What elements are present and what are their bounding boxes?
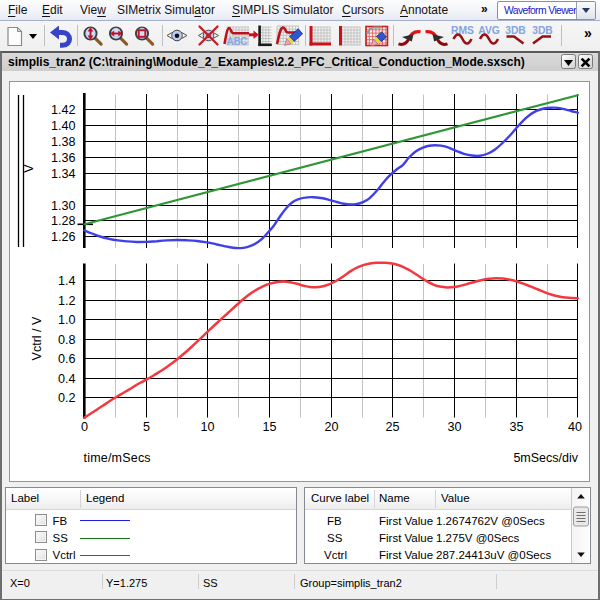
svg-text:30: 30 — [447, 420, 461, 434]
svg-text:40: 40 — [568, 420, 582, 434]
svg-text:1.40: 1.40 — [51, 119, 76, 133]
svg-text:3DB: 3DB — [505, 25, 526, 36]
svg-text:1.28: 1.28 — [51, 214, 76, 228]
svg-text:1.26: 1.26 — [51, 230, 76, 244]
svg-text:1.36: 1.36 — [51, 151, 76, 165]
svg-text:1.38: 1.38 — [51, 135, 76, 149]
svg-text:25: 25 — [385, 420, 399, 434]
svg-text:Vctrl / V: Vctrl / V — [30, 316, 44, 360]
svg-text:RMS: RMS — [451, 25, 474, 36]
svg-text:1.34: 1.34 — [51, 167, 76, 181]
svg-text:V: V — [22, 164, 36, 173]
svg-text:time/mSecs: time/mSecs — [84, 451, 151, 465]
svg-text:0.8: 0.8 — [58, 333, 76, 347]
svg-text:35: 35 — [509, 420, 523, 434]
svg-text:0.2: 0.2 — [58, 391, 76, 405]
svg-text:3DB: 3DB — [532, 25, 553, 36]
svg-text:1.4: 1.4 — [58, 274, 76, 288]
svg-text:0.6: 0.6 — [58, 352, 76, 366]
svg-text:1.2: 1.2 — [58, 294, 76, 308]
svg-text:10: 10 — [200, 420, 214, 434]
svg-text:0: 0 — [81, 420, 88, 434]
svg-text:5mSecs/div: 5mSecs/div — [513, 451, 578, 465]
svg-text:5: 5 — [143, 420, 150, 434]
svg-text:1.30: 1.30 — [51, 199, 76, 213]
svg-text:20: 20 — [324, 420, 338, 434]
svg-text:0.4: 0.4 — [58, 372, 76, 386]
svg-text:1.0: 1.0 — [58, 313, 76, 327]
svg-text:ABC: ABC — [227, 35, 248, 46]
svg-text:1.42: 1.42 — [51, 103, 76, 117]
svg-text:15: 15 — [262, 420, 276, 434]
